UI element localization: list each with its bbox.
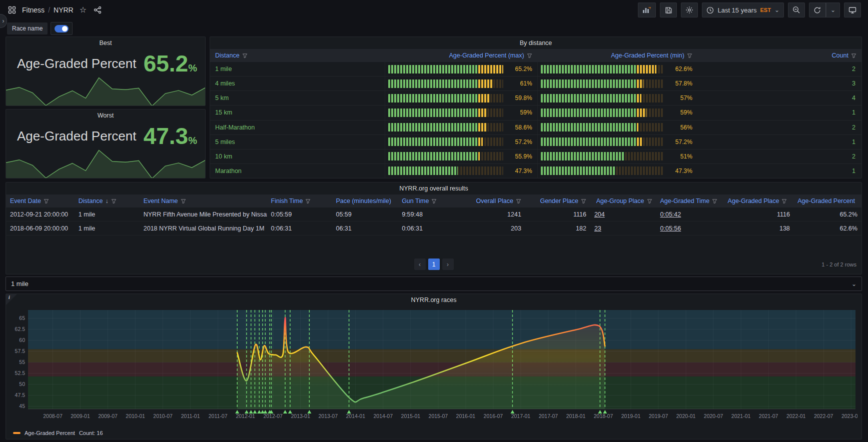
panel-results-title[interactable]: NYRR.org overall results bbox=[6, 182, 861, 194]
svg-text:2014-07: 2014-07 bbox=[374, 413, 393, 419]
svg-text:2019-07: 2019-07 bbox=[649, 413, 668, 419]
results-col-header-age-group-place[interactable]: Age-Group Place bbox=[590, 198, 656, 204]
svg-text:2017-07: 2017-07 bbox=[539, 413, 558, 419]
results-col-header-gun-time[interactable]: Gun Time bbox=[398, 198, 463, 204]
distance-cell[interactable]: 1 mile bbox=[210, 66, 385, 72]
breadcrumb-app[interactable]: Fitness bbox=[22, 6, 45, 14]
gauge-value-label: 59% bbox=[667, 109, 692, 116]
results-cell: 0:05:42 bbox=[656, 211, 724, 218]
favorite-star-icon[interactable]: ☆ bbox=[79, 5, 88, 15]
results-cell: 2018-06-09 20:00:00 bbox=[6, 225, 75, 232]
filter-icon bbox=[516, 198, 521, 204]
gauge-value-label: 58.6% bbox=[507, 124, 532, 131]
results-col-header-event-name[interactable]: Event Name bbox=[140, 198, 267, 204]
dashboards-grid-icon[interactable] bbox=[7, 5, 17, 15]
results-cell: 1 mile bbox=[75, 225, 140, 232]
info-icon: i bbox=[9, 294, 10, 300]
panel-by-distance-title[interactable]: By distance bbox=[210, 37, 861, 49]
lcd-bar-gauge bbox=[388, 123, 503, 132]
distance-cell[interactable]: Marathon bbox=[210, 168, 385, 174]
lcd-bar-gauge bbox=[388, 65, 503, 74]
distance-cell[interactable]: 5 km bbox=[210, 94, 385, 102]
distance-cell[interactable]: 4 miles bbox=[210, 80, 385, 87]
chevron-down-icon: ⌄ bbox=[830, 8, 835, 12]
lcd-bar-gauge bbox=[541, 138, 663, 146]
results-col-header-age-graded-time[interactable]: Age-Graded Time bbox=[656, 198, 724, 204]
results-cell: 1 mile bbox=[75, 211, 140, 218]
by-distance-row: 4 miles61%57.8%3 bbox=[210, 76, 861, 91]
panel-worst: Worst Age-Graded Percent 47.3% bbox=[6, 109, 206, 178]
time-range-label: Last 15 years bbox=[717, 6, 756, 14]
breadcrumb-page[interactable]: NYRR bbox=[54, 6, 74, 14]
page-1-button[interactable]: 1 bbox=[428, 258, 440, 270]
panel-info-corner[interactable]: i bbox=[6, 294, 17, 305]
svg-text:2023-01: 2023-01 bbox=[841, 413, 857, 419]
add-panel-button[interactable] bbox=[638, 2, 656, 18]
bydist-col-header-age-graded-percent-max-[interactable]: Age-Graded Percent (max) bbox=[385, 52, 537, 59]
top-nav: Fitness / NYRR ☆ bbox=[0, 0, 868, 20]
next-page-button[interactable]: › bbox=[442, 258, 454, 270]
svg-text:2021-07: 2021-07 bbox=[759, 413, 778, 419]
time-range-picker[interactable]: Last 15 years EST ⌄ bbox=[702, 2, 784, 18]
results-link[interactable]: 0:05:42 bbox=[660, 211, 681, 218]
results-link[interactable]: 204 bbox=[594, 211, 605, 218]
gauge-cell-max: 61% bbox=[385, 76, 537, 90]
panel-worst-title[interactable]: Worst bbox=[6, 110, 205, 122]
results-col-header-event-date[interactable]: Event Date bbox=[6, 198, 75, 204]
toggle-pill bbox=[55, 25, 69, 32]
lcd-bar-gauge bbox=[388, 138, 503, 146]
results-link[interactable]: 23 bbox=[594, 225, 601, 232]
race-name-toggle[interactable] bbox=[51, 22, 73, 35]
results-cell: 9:59:48 bbox=[398, 211, 463, 218]
filter-icon bbox=[181, 198, 186, 204]
count-cell: 1 bbox=[697, 109, 861, 116]
filter-icon bbox=[431, 198, 437, 204]
gauge-value-label: 55.9% bbox=[507, 153, 532, 160]
best-stat-label: Age-Graded Percent bbox=[17, 56, 136, 72]
by-distance-row: 5 km59.8%57%4 bbox=[210, 91, 861, 106]
panel-best: Best Age-Graded Percent 65.2% bbox=[6, 36, 206, 106]
bydist-col-header-distance[interactable]: Distance bbox=[210, 52, 385, 59]
results-col-header-finish-time[interactable]: Finish Time bbox=[267, 198, 332, 204]
lcd-bar-gauge bbox=[388, 166, 503, 175]
distance-cell[interactable]: 15 km bbox=[210, 109, 385, 116]
prev-page-button[interactable]: ‹ bbox=[414, 258, 426, 270]
results-col-header-distance[interactable]: Distance↓ bbox=[75, 198, 140, 204]
share-icon[interactable] bbox=[93, 5, 103, 15]
chart-legend: Age-Graded Percent Count: 16 bbox=[13, 430, 103, 436]
distance-cell[interactable]: 10 km bbox=[210, 153, 385, 160]
filter-icon bbox=[527, 53, 532, 58]
clock-icon bbox=[706, 6, 714, 14]
svg-text:2009-07: 2009-07 bbox=[98, 413, 118, 419]
gauge-value-label: 59% bbox=[507, 109, 532, 116]
save-dashboard-button[interactable] bbox=[660, 2, 677, 18]
dashboard-variables-row: Race name bbox=[7, 22, 73, 35]
legend-series-name[interactable]: Age-Graded Percent bbox=[25, 430, 75, 436]
gauge-cell-max: 55.9% bbox=[385, 150, 537, 164]
panel-races-title[interactable]: NYRR.org races bbox=[6, 294, 861, 306]
distance-select[interactable]: 1 mile ⌄ bbox=[6, 276, 862, 291]
count-cell: 4 bbox=[697, 94, 861, 102]
lcd-bar-gauge bbox=[388, 152, 503, 160]
results-col-header-overall-place[interactable]: Overall Place bbox=[463, 198, 525, 204]
results-col-header-age-graded-place[interactable]: Age-Graded Place bbox=[724, 198, 794, 204]
refresh-interval-caret[interactable]: ⌄ bbox=[826, 2, 840, 18]
distance-cell[interactable]: 5 miles bbox=[210, 138, 385, 146]
distance-cell[interactable]: Half-Marathon bbox=[210, 124, 385, 131]
results-col-header-gender-place[interactable]: Gender Place bbox=[525, 198, 590, 204]
kiosk-mode-button[interactable] bbox=[844, 2, 861, 18]
filter-icon bbox=[647, 198, 652, 204]
panel-best-title[interactable]: Best bbox=[6, 37, 205, 49]
dashboard-settings-button[interactable] bbox=[681, 2, 698, 18]
results-col-header-age-graded-percent[interactable]: Age-Graded Percent bbox=[794, 198, 861, 204]
gauge-value-label: 57% bbox=[667, 94, 692, 102]
bydist-col-header-count[interactable]: Count bbox=[697, 52, 861, 59]
results-col-header-pace-minutes-mile-[interactable]: Pace (minutes/mile) bbox=[332, 198, 398, 204]
time-zoom-out-button[interactable] bbox=[788, 2, 805, 18]
refresh-button[interactable] bbox=[809, 2, 826, 18]
bydist-col-header-age-graded-percent-min-[interactable]: Age-Graded Percent (min) bbox=[537, 52, 697, 59]
by-distance-row: 15 km59%59%1 bbox=[210, 106, 861, 120]
svg-text:2018-07: 2018-07 bbox=[594, 413, 613, 419]
results-link[interactable]: 0:05:56 bbox=[660, 225, 681, 232]
gauge-value-label: 65.2% bbox=[507, 66, 532, 72]
